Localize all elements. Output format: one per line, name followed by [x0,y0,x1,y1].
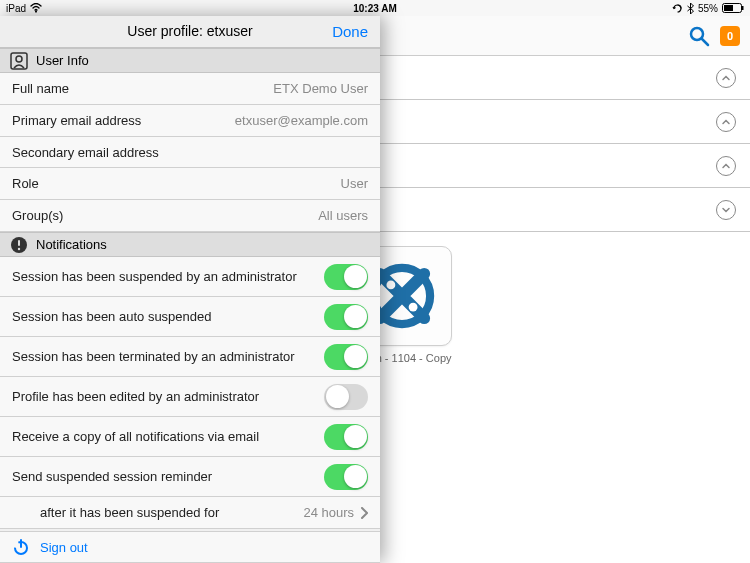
cell-label: Session has been auto suspended [12,309,324,324]
sync-icon [672,3,683,14]
chevron-right-icon [360,507,368,519]
row-toggle-suspended-admin: Session has been suspended by an adminis… [0,257,380,297]
cell-label: Session has been terminated by an admini… [12,349,324,364]
toggle-suspended-admin[interactable] [324,264,368,290]
row-secondary-email[interactable]: Secondary email address [0,137,380,169]
row-role[interactable]: Role User [0,168,380,200]
user-square-icon [10,52,28,70]
toggle-terminated-admin[interactable] [324,344,368,370]
popover-header: User profile: etxuser Done [0,16,380,48]
row-toggle-profile-edited: Profile has been edited by an administra… [0,377,380,417]
cell-label: Secondary email address [12,145,368,160]
cell-value: User [341,176,368,191]
row-toggle-email-copy: Receive a copy of all notifications via … [0,417,380,457]
cell-label: Receive a copy of all notifications via … [12,429,324,444]
search-icon[interactable] [688,25,710,47]
svg-rect-13 [18,240,20,246]
section-user-info: User Info [0,48,380,74]
notification-badge[interactable]: 0 [720,26,740,46]
cell-label: Primary email address [12,113,235,128]
row-toggle-auto-suspended: Session has been auto suspended [0,297,380,337]
battery-pct: 55% [698,3,718,14]
exclamation-circle-icon [10,236,28,254]
cell-label: Session has been suspended by an adminis… [12,269,324,284]
svg-rect-5 [724,5,733,11]
svg-point-11 [16,56,22,62]
svg-line-8 [702,39,708,45]
sign-out-label: Sign out [40,540,88,555]
cell-value: 24 hours [303,505,354,520]
row-reminder-delay[interactable]: after it has been suspended for 24 hours [0,497,380,529]
svg-point-3 [35,10,37,12]
toggle-auto-suspended[interactable] [324,304,368,330]
battery-icon [722,3,744,13]
toggle-reminder[interactable] [324,464,368,490]
row-groups[interactable]: Group(s) All users [0,200,380,232]
section-label: User Info [36,53,89,68]
popover-title: User profile: etxuser [127,23,252,39]
cell-label: Send suspended session reminder [12,469,324,484]
power-icon [12,538,30,556]
cell-label: Group(s) [12,208,318,223]
row-toggle-terminated-admin: Session has been terminated by an admini… [0,337,380,377]
row-toggle-reminder: Send suspended session reminder [0,457,380,497]
cell-label: Full name [12,81,273,96]
cell-value: ETX Demo User [273,81,368,96]
row-full-name[interactable]: Full name ETX Demo User [0,73,380,105]
wifi-icon [30,3,42,13]
section-label: Notifications [36,237,107,252]
done-button[interactable]: Done [332,23,368,40]
cell-value: etxuser@example.com [235,113,368,128]
row-primary-email[interactable]: Primary email address etxuser@example.co… [0,105,380,137]
toggle-profile-edited[interactable] [324,384,368,410]
cell-label: after it has been suspended for [40,505,303,520]
user-profile-popover: User profile: etxuser Done User Info Ful… [0,16,380,563]
sign-out-button[interactable]: Sign out [0,531,380,563]
section-notifications: Notifications [0,232,380,258]
chevron-down-circle-icon[interactable] [716,200,736,220]
chevron-up-circle-icon[interactable] [716,112,736,132]
svg-rect-6 [742,6,744,10]
cell-value: All users [318,208,368,223]
status-bar: iPad 10:23 AM 55% [0,0,750,16]
cell-label: Role [12,176,341,191]
chevron-up-circle-icon[interactable] [716,156,736,176]
carrier-label: iPad [6,3,26,14]
cell-label: Profile has been edited by an administra… [12,389,324,404]
toggle-email-copy[interactable] [324,424,368,450]
chevron-up-circle-icon[interactable] [716,68,736,88]
svg-point-14 [18,247,20,249]
bluetooth-icon [687,3,694,14]
clock: 10:23 AM [353,3,397,14]
